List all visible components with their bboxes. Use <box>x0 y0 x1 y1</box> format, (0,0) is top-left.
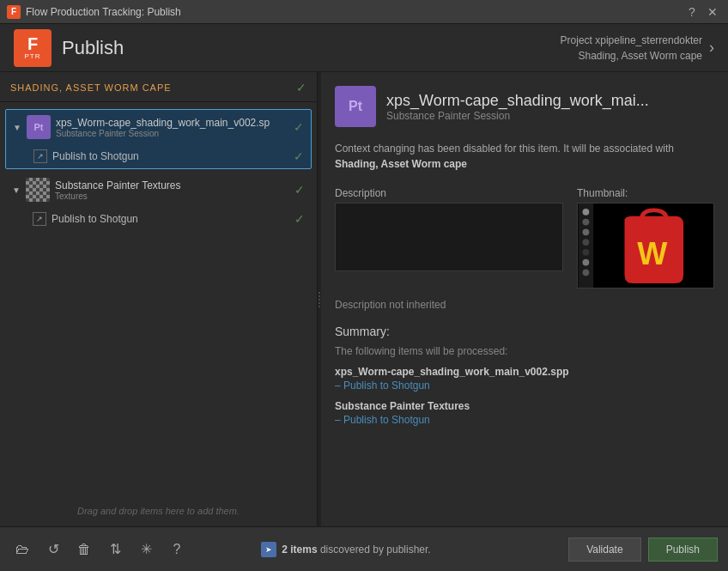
left-panel-title: SHADING, ASSET WORM CAPE <box>10 82 172 93</box>
main-item-type: Substance Painter Session <box>56 129 288 138</box>
project-context: Shading, Asset Worm cape <box>561 48 702 64</box>
publish-checkmark-2: ✓ <box>294 212 305 226</box>
publish-icon-1: ↗ <box>33 149 47 163</box>
app-logo: F PTR <box>14 29 52 67</box>
delete-button[interactable]: 🗑 <box>72 538 96 562</box>
description-inherited-text: Description not inherited <box>335 299 714 311</box>
validate-button[interactable]: Validate <box>568 538 640 562</box>
substance-painter-icon: Pt <box>27 115 51 139</box>
project-name: xpipeline_sterrendokter <box>595 34 702 46</box>
chevron-right-icon[interactable]: › <box>709 39 714 57</box>
summary-title: Summary: <box>335 325 714 338</box>
svg-point-6 <box>583 249 590 256</box>
tree-item-texture: ▼ Substance Painter Textures Textures ✓ … <box>5 173 312 231</box>
publish-label-2: Publish to Shotgun <box>52 213 289 225</box>
status-arrow-icon: ➤ <box>261 542 276 557</box>
title-bar-controls: ? ✕ <box>683 3 721 21</box>
close-button[interactable]: ✕ <box>704 3 721 21</box>
title-bar: F Flow Production Tracking: Publish ? ✕ <box>0 0 728 24</box>
right-item-subtitle: Substance Painter Session <box>386 110 649 122</box>
svg-text:W: W <box>637 235 668 271</box>
drag-hint: Drag and drop items here to add them. <box>0 495 317 526</box>
project-info: Project xpipeline_sterrendokter Shading,… <box>561 33 714 64</box>
description-label: Description <box>335 187 563 199</box>
svg-point-5 <box>583 239 590 246</box>
tree-item-main[interactable]: ▼ Pt xps_Worm-cape_shading_work_main_v00… <box>5 109 312 169</box>
left-panel: SHADING, ASSET WORM CAPE ✓ ▼ Pt xps_Worm… <box>0 72 318 526</box>
project-prefix: Project xpipeline_sterrendokter <box>561 33 702 48</box>
right-header: Pt xps_Worm-cape_shading_work_mai... Sub… <box>335 86 714 127</box>
thumbnail-section: Thumbnail: <box>577 187 714 289</box>
logo-sub: PTR <box>25 52 41 60</box>
asterisk-button[interactable]: ✳ <box>134 538 158 562</box>
logo-letter: F <box>27 35 38 52</box>
svg-point-2 <box>583 209 590 216</box>
texture-checker-icon <box>26 178 50 202</box>
description-input[interactable] <box>335 203 563 271</box>
header-checkmark: ✓ <box>296 81 306 94</box>
svg-point-3 <box>583 219 590 226</box>
expand-arrow-texture-icon[interactable]: ▼ <box>12 185 21 195</box>
main-item-name: xps_Worm-cape_shading_work_main_v002.sp <box>56 117 288 129</box>
thumbnail-container: W <box>577 203 714 289</box>
title-bar-text: Flow Production Tracking: Publish <box>26 6 678 18</box>
page-title: Publish <box>62 37 124 59</box>
thumbnail-image: W <box>578 203 713 288</box>
folder-open-button[interactable]: 🗁 <box>10 538 34 562</box>
summary-intro: The following items will be processed: <box>335 345 714 357</box>
right-substance-icon: Pt <box>335 86 376 127</box>
main-item-checkmark: ✓ <box>294 120 304 134</box>
summary-item-1-name: Substance Painter Textures <box>335 400 714 412</box>
main-layout: SHADING, ASSET WORM CAPE ✓ ▼ Pt xps_Worm… <box>0 72 728 526</box>
publish-sub-item-1[interactable]: ↗ Publish to Shotgun ✓ <box>6 144 311 168</box>
texture-item-name: Substance Painter Textures <box>55 179 289 191</box>
form-row: Description Thumbnail: <box>335 187 714 289</box>
expand-arrow-icon[interactable]: ▼ <box>13 123 21 132</box>
texture-checkmark: ✓ <box>294 183 305 197</box>
help-circle-button[interactable]: ? <box>165 538 189 562</box>
left-panel-header: SHADING, ASSET WORM CAPE ✓ <box>0 72 317 102</box>
app-icon: F <box>7 5 21 19</box>
right-panel: Pt xps_Worm-cape_shading_work_mai... Sub… <box>321 72 728 526</box>
bottom-bar: 🗁 ↺ 🗑 ⇅ ✳ ? ➤ 2 items discovered by publ… <box>0 526 728 571</box>
help-button[interactable]: ? <box>683 3 701 21</box>
publish-button[interactable]: Publish <box>648 538 718 562</box>
publish-icon-2: ↗ <box>33 212 46 226</box>
summary-item-0-sub: – Publish to Shotgun <box>335 380 714 392</box>
expand-button[interactable]: ⇅ <box>103 538 127 562</box>
summary-item-0-name: xps_Worm-cape_shading_work_main_v002.spp <box>335 366 714 378</box>
status-suffix: discovered by publisher. <box>320 544 431 556</box>
svg-point-8 <box>583 269 590 276</box>
action-buttons: Validate Publish <box>568 538 718 562</box>
right-item-title: xps_Worm-cape_shading_work_mai... <box>386 92 649 110</box>
status-text: 2 items discovered by publisher. <box>282 544 430 556</box>
status-count: 2 items <box>282 544 317 556</box>
texture-item-type: Textures <box>55 191 289 201</box>
refresh-button[interactable]: ↺ <box>41 538 65 562</box>
description-section: Description <box>335 187 563 289</box>
publish-checkmark-1: ✓ <box>294 149 304 163</box>
header: F PTR Publish Project xpipeline_sterrend… <box>0 24 728 72</box>
status-area: ➤ 2 items discovered by publisher. <box>261 542 430 557</box>
context-notice: Context changing has been disabled for t… <box>335 137 714 175</box>
tree-items: ▼ Pt xps_Worm-cape_shading_work_main_v00… <box>0 102 317 495</box>
summary-item-1-sub: – Publish to Shotgun <box>335 414 714 426</box>
svg-point-4 <box>583 228 590 235</box>
publish-sub-item-2[interactable]: ↗ Publish to Shotgun ✓ <box>5 207 312 231</box>
svg-point-7 <box>583 259 590 266</box>
publish-label-1: Publish to Shotgun <box>52 150 288 162</box>
thumbnail-label: Thumbnail: <box>577 187 714 199</box>
summary-section: Summary: The following items will be pro… <box>335 325 714 426</box>
